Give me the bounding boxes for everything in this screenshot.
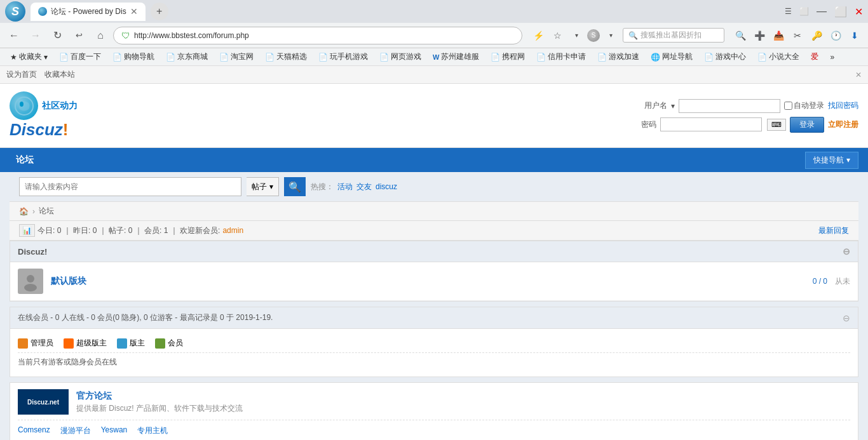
find-password-link[interactable]: 找回密码 xyxy=(828,100,858,111)
bookmark-gamecenter[interactable]: 📄游戏中心 xyxy=(699,50,751,63)
role-mod[interactable]: 版主 xyxy=(117,338,145,349)
password-row: 密码 ⌨ 登录 立即注册 xyxy=(631,117,858,133)
new-tab-button[interactable]: + xyxy=(151,3,168,20)
forward-button[interactable]: → xyxy=(27,27,44,44)
browser-tab[interactable]: 论坛 - Powered by Dis ✕ xyxy=(31,3,146,21)
home-button[interactable]: ⌂ xyxy=(92,27,109,44)
forum-row: 默认版块 0 / 0 从未 xyxy=(10,262,858,301)
official-forum-logo[interactable]: Discuz.net xyxy=(18,389,69,415)
bookmark-icon: 📄 xyxy=(757,53,767,62)
tab-close-button[interactable]: ✕ xyxy=(130,6,138,17)
more-icon[interactable]: ▾ xyxy=(602,27,619,44)
bookmark-shopping[interactable]: 📄购物导航 xyxy=(107,50,159,63)
bookmark-label: 携程网 xyxy=(502,51,525,62)
svg-point-1 xyxy=(20,102,24,107)
svg-point-4 xyxy=(24,284,37,291)
password-input[interactable] xyxy=(660,117,762,131)
role-supermod-label: 超级版主 xyxy=(76,338,107,349)
bookmark-jd[interactable]: 📄京东商城 xyxy=(161,50,213,63)
login-button[interactable]: 登录 xyxy=(790,117,824,133)
download2-icon[interactable]: ⬇ xyxy=(846,27,863,44)
set-homepage-link[interactable]: 设为首页 xyxy=(6,69,37,80)
bookmark-gameboost[interactable]: 📄游戏加速 xyxy=(592,50,644,63)
bookmarks-more[interactable]: » xyxy=(825,51,839,63)
bookmark-games[interactable]: 📄玩手机游戏 xyxy=(313,50,373,63)
key-icon[interactable]: 🔑 xyxy=(808,27,825,44)
search-toggle-icon[interactable]: 🔍 xyxy=(732,27,749,44)
bookmark-suzhou[interactable]: W苏州建雄服 xyxy=(428,50,484,63)
official-forum-title[interactable]: 官方论坛 xyxy=(76,390,243,402)
minimize-button[interactable]: — xyxy=(817,6,827,17)
new-member-link[interactable]: admin xyxy=(222,226,243,235)
logo-circle-icon xyxy=(10,91,38,120)
stats-text: 今日: 0 ｜ 昨日: 0 ｜ 帖子: 0 ｜ 会员: 1 ｜ 欢迎新会员: xyxy=(37,225,220,236)
download-icon[interactable]: 📥 xyxy=(770,27,787,44)
close-button[interactable]: ✕ xyxy=(855,6,863,18)
bookmark-creditcard[interactable]: 📄信用卡申请 xyxy=(531,50,591,63)
section-collapse-button[interactable]: ⊖ xyxy=(843,246,850,257)
online-header: 在线会员 - 0 人在线 - 0 会员(0 隐身), 0 位游客 - 最高记录是… xyxy=(10,307,858,329)
captcha-icon[interactable]: ⌨ xyxy=(767,119,786,131)
stats-bar: 📊 今日: 0 ｜ 昨日: 0 ｜ 帖子: 0 ｜ 会员: 1 ｜ 欢迎新会员:… xyxy=(10,221,858,241)
search-button[interactable]: 🔍 xyxy=(284,177,306,196)
auto-login-checkbox[interactable] xyxy=(784,102,792,110)
bookmark-icon: 📄 xyxy=(704,53,714,62)
online-collapse-button[interactable]: ⊖ xyxy=(843,313,850,323)
bookmark-taobao[interactable]: 📄淘宝网 xyxy=(214,50,259,63)
username-input[interactable] xyxy=(679,99,780,113)
role-member[interactable]: 会员 xyxy=(155,338,183,349)
plus-icon[interactable]: ➕ xyxy=(751,27,768,44)
star-icon[interactable]: ☆ xyxy=(549,27,566,44)
quick-nav-button[interactable]: 快捷导航 ▾ xyxy=(805,152,858,169)
role-admin[interactable]: 管理员 xyxy=(18,338,53,349)
register-link[interactable]: 立即注册 xyxy=(828,119,858,130)
back-button[interactable]: ← xyxy=(5,27,23,44)
auto-login-label[interactable]: 自动登录 xyxy=(784,100,824,111)
logo-area: 社区动力 Discuz ! xyxy=(10,91,78,140)
reload-button[interactable]: ↻ xyxy=(48,27,66,44)
bookmark-sitenav[interactable]: 🌐网址导航 xyxy=(646,50,698,63)
hot-link-jiaoyou[interactable]: 交友 xyxy=(356,182,372,192)
scissors-icon[interactable]: ✂ xyxy=(789,27,806,44)
utility-bar: 设为首页 收藏本站 ✕ xyxy=(0,66,868,84)
friend-link-host[interactable]: 专用主机 xyxy=(137,425,168,436)
maximize-button[interactable]: ⬜ xyxy=(834,6,847,18)
nav-forum-label[interactable]: 论坛 xyxy=(10,154,40,166)
friend-link-manyou[interactable]: 漫游平台 xyxy=(60,425,91,436)
bookmark-ai[interactable]: 爱 xyxy=(806,50,824,63)
bookmark-ctrip[interactable]: 📄携程网 xyxy=(485,50,530,63)
address-bar[interactable]: 🛡 http://www.bbstest.com/forum.php xyxy=(113,27,522,44)
friend-link-comsenz[interactable]: Comsenz xyxy=(18,425,50,436)
latest-reply-link[interactable]: 最新回复 xyxy=(818,225,849,236)
lightning-icon[interactable]: ⚡ xyxy=(530,27,546,44)
search-input[interactable] xyxy=(19,177,241,196)
bookmark-site-link[interactable]: 收藏本站 xyxy=(44,69,75,80)
bookmark-webgames[interactable]: 📄网页游戏 xyxy=(374,50,426,63)
bookmark-baidu[interactable]: 📄百度一下 xyxy=(54,50,106,63)
online-section: 在线会员 - 0 人在线 - 0 会员(0 隐身), 0 位游客 - 最高记录是… xyxy=(10,307,858,377)
friend-link-yeswan[interactable]: Yeswan xyxy=(101,425,128,436)
role-supermod[interactable]: 超级版主 xyxy=(64,338,107,349)
hot-link-discuz[interactable]: discuz xyxy=(376,182,397,191)
star-dropdown-icon[interactable]: ▾ xyxy=(568,27,585,44)
account-icon[interactable]: S xyxy=(587,29,600,42)
forum-stats: 0 / 0 xyxy=(813,277,827,286)
extension-search-bar[interactable]: 🔍 搜狐推出基因折扣 xyxy=(623,28,724,43)
menu-icon[interactable]: ☰ xyxy=(785,7,792,16)
extensions-icon[interactable]: ⬜ xyxy=(799,7,809,16)
home-icon[interactable]: 🏠 xyxy=(19,207,29,216)
clock-icon[interactable]: 🕐 xyxy=(827,27,844,44)
bookmark-novels[interactable]: 📄小说大全 xyxy=(752,50,804,63)
links-section: Discuz.net 官方论坛 提供最新 Discuz! 产品新闻、软件下载与技… xyxy=(10,382,858,440)
forum-name-link[interactable]: 默认版块 xyxy=(51,276,86,287)
search-type-label: 帖子 xyxy=(252,182,267,192)
auto-login-text: 自动登录 xyxy=(794,100,824,111)
bookmark-tmall[interactable]: 📄天猫精选 xyxy=(260,50,312,63)
utility-close-icon[interactable]: ✕ xyxy=(855,70,862,79)
undo-button[interactable]: ↩ xyxy=(70,27,88,44)
hot-link-huodong[interactable]: 活动 xyxy=(337,182,353,192)
browser-titlebar: S 论坛 - Powered by Dis ✕ + ☰ ⬜ — ⬜ ✕ xyxy=(0,0,868,23)
search-type-selector[interactable]: 帖子 ▾ xyxy=(247,177,279,196)
bookmark-favorites[interactable]: ★ 收藏夹 ▾ xyxy=(5,50,53,63)
online-header-text: 在线会员 - 0 人在线 - 0 会员(0 隐身), 0 位游客 - 最高记录是… xyxy=(18,312,273,323)
